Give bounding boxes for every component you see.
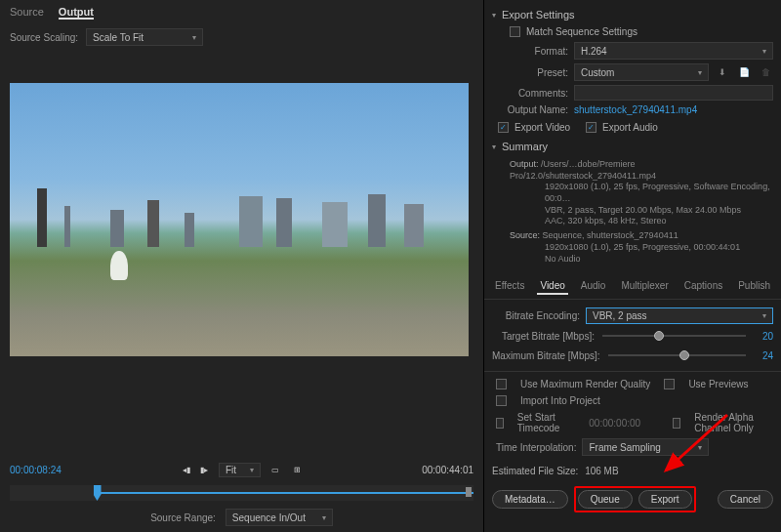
set-start-timecode-checkbox[interactable] <box>496 418 504 429</box>
preset-label: Preset: <box>492 67 568 78</box>
target-bitrate-slider[interactable] <box>602 330 746 342</box>
settings-tabs: Effects Video Audio Multiplexer Captions… <box>484 274 781 300</box>
max-bitrate-slider[interactable] <box>608 349 746 361</box>
preview-tabs: Source Output <box>0 0 483 25</box>
chevron-down-icon: ▾ <box>698 443 702 452</box>
chevron-down-icon: ▾ <box>192 33 196 42</box>
tab-source[interactable]: Source <box>10 6 44 20</box>
export-video-checkbox[interactable] <box>498 122 509 133</box>
use-previews-label: Use Previews <box>688 379 748 389</box>
tab-video[interactable]: Video <box>537 278 567 295</box>
bitrate-encoding-select[interactable]: VBR, 2 pass ▾ <box>586 307 773 324</box>
preset-select[interactable]: Custom ▾ <box>574 63 709 81</box>
source-range-select[interactable]: Sequence In/Out ▾ <box>226 509 333 526</box>
render-alpha-checkbox[interactable] <box>673 418 680 429</box>
cancel-button[interactable]: Cancel <box>718 490 773 509</box>
export-video-label: Export Video <box>514 122 570 133</box>
format-label: Format: <box>492 46 568 57</box>
export-audio-label: Export Audio <box>602 122 658 133</box>
disclosure-icon[interactable]: ▾ <box>492 11 496 20</box>
prev-frame-button[interactable]: ◂▮ <box>180 464 193 477</box>
estimated-size-value: 106 MB <box>585 466 618 476</box>
match-sequence-label: Match Sequence Settings <box>526 26 637 37</box>
format-select[interactable]: H.264 ▾ <box>574 42 773 60</box>
timecode-current: 00:00:08:24 <box>10 465 62 475</box>
estimated-size-label: Estimated File Size: <box>492 466 578 476</box>
aspect-button[interactable]: ▭ <box>268 464 282 477</box>
export-audio-checkbox[interactable] <box>586 122 596 133</box>
video-preview <box>10 83 469 356</box>
max-render-quality-label: Use Maximum Render Quality <box>520 379 650 389</box>
disclosure-icon[interactable]: ▾ <box>492 143 496 151</box>
source-scaling-select[interactable]: Scale To Fit ▾ <box>86 28 203 46</box>
export-settings-heading: Export Settings <box>502 9 575 20</box>
match-sequence-checkbox[interactable] <box>510 26 520 37</box>
metadata-button[interactable]: Metadata… <box>492 490 568 509</box>
max-render-quality-checkbox[interactable] <box>496 379 507 389</box>
chevron-down-icon: ▾ <box>762 47 766 56</box>
next-frame-button[interactable]: ▮▸ <box>197 464 211 477</box>
output-name-label: Output Name: <box>492 104 568 115</box>
timecode-duration: 00:00:44:01 <box>422 465 473 475</box>
target-bitrate-label: Target Bitrate [Mbps]: <box>492 331 595 342</box>
annotation-highlight: Queue Export <box>574 486 696 512</box>
delete-preset-icon[interactable]: 🗑 <box>758 64 773 80</box>
bitrate-encoding-label: Bitrate Encoding: <box>492 310 580 321</box>
import-into-project-checkbox[interactable] <box>496 395 507 406</box>
tab-publish[interactable]: Publish <box>735 278 773 295</box>
chevron-down-icon: ▾ <box>250 466 254 474</box>
use-previews-checkbox[interactable] <box>664 379 675 389</box>
save-preset-icon[interactable]: ⬇ <box>715 64 730 80</box>
playhead[interactable] <box>94 485 102 501</box>
queue-button[interactable]: Queue <box>578 490 633 509</box>
export-button[interactable]: Export <box>638 490 692 509</box>
timeline-ruler[interactable] <box>10 485 473 501</box>
import-preset-icon[interactable]: 📄 <box>736 64 752 80</box>
zoom-select[interactable]: Fit ▾ <box>219 463 261 477</box>
max-bitrate-value[interactable]: 24 <box>754 350 773 361</box>
chevron-down-icon: ▾ <box>698 68 702 77</box>
render-alpha-label: Render Alpha Channel Only <box>694 412 773 433</box>
chevron-down-icon: ▾ <box>322 513 326 522</box>
comments-input[interactable] <box>574 85 773 101</box>
comments-label: Comments: <box>492 88 568 99</box>
chevron-down-icon: ▾ <box>762 311 766 320</box>
summary-block: Output: /Users/…dobe/Premiere Pro/12.0/s… <box>492 155 773 268</box>
source-range-label: Source Range: <box>150 512 216 523</box>
time-interpolation-select[interactable]: Frame Sampling ▾ <box>582 438 709 456</box>
tab-output[interactable]: Output <box>59 6 94 20</box>
tab-effects[interactable]: Effects <box>492 278 527 295</box>
target-bitrate-value[interactable]: 20 <box>754 331 773 342</box>
set-start-timecode-label: Set Start Timecode <box>517 412 571 433</box>
import-into-project-label: Import Into Project <box>520 395 600 406</box>
start-timecode-value: 00:00:00:00 <box>589 418 640 429</box>
tab-multiplexer[interactable]: Multiplexer <box>618 278 671 295</box>
source-scaling-label: Source Scaling: <box>10 32 78 43</box>
time-interpolation-label: Time Interpolation: <box>496 442 576 453</box>
settings-icon[interactable]: ⊞ <box>290 464 304 477</box>
max-bitrate-label: Maximum Bitrate [Mbps]: <box>492 350 600 361</box>
out-point-marker[interactable] <box>466 487 472 497</box>
tab-audio[interactable]: Audio <box>578 278 609 295</box>
summary-heading: Summary <box>502 141 548 152</box>
output-name-link[interactable]: shutterstock_27940411.mp4 <box>574 104 697 115</box>
tab-captions[interactable]: Captions <box>681 278 725 295</box>
